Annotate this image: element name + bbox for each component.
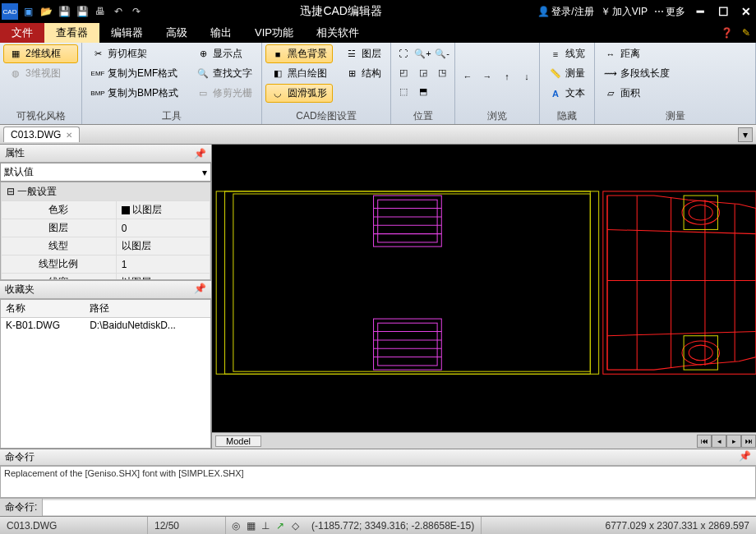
prop-row[interactable]: 线型以图层 xyxy=(2,237,210,255)
fav-col-name[interactable]: 名称 xyxy=(1,300,85,318)
tab-first-icon[interactable]: ⏮ xyxy=(697,435,712,448)
bwdraw-button[interactable]: ◧黑白绘图 xyxy=(265,64,333,83)
menu-editor[interactable]: 编辑器 xyxy=(99,23,154,43)
menu-related[interactable]: 相关软件 xyxy=(305,23,371,43)
more-button[interactable]: ⋯更多 xyxy=(654,5,685,19)
linew-button[interactable]: ≡线宽 xyxy=(543,44,591,63)
zoom-out-icon[interactable]: 🔍- xyxy=(433,44,451,62)
prop-row[interactable]: 线宽以图层 xyxy=(2,274,210,281)
prop-section[interactable]: ⊟ 一般设置 xyxy=(2,183,210,201)
zoom-a-icon[interactable]: ⬚ xyxy=(394,82,413,100)
zoom-fit-icon[interactable]: ⛶ xyxy=(394,44,413,62)
close-tab-icon[interactable]: ✕ xyxy=(66,131,72,140)
arc-button[interactable]: ◡圆滑弧形 xyxy=(265,84,333,103)
ribbon: ▦2维线框 ◍3维视图 可视化风格 ✂剪切框架 EMF复制为EMF格式 BMP复… xyxy=(0,43,756,125)
emf-button[interactable]: EMF复制为EMF格式 xyxy=(85,64,184,83)
prop-row[interactable]: 色彩 以图层 xyxy=(2,201,210,219)
tab-last-icon[interactable]: ⏭ xyxy=(741,435,756,448)
property-grid[interactable]: ⊟ 一般设置 色彩 以图层 图层0 线型以图层 线型比例1 线宽以图层 xyxy=(0,182,211,280)
layer-icon: ☱ xyxy=(345,48,358,61)
trimhl-button[interactable]: ▭修剪光栅 xyxy=(191,84,258,103)
findtxt-button[interactable]: 🔍查找文字 xyxy=(191,64,258,83)
save-icon[interactable]: 💾 xyxy=(56,3,72,20)
ortho-icon[interactable]: ⊥ xyxy=(259,519,272,532)
group-label: 可视化风格 xyxy=(3,108,78,124)
doc-tab-label: C013.DWG xyxy=(11,129,61,140)
tab-prev-icon[interactable]: ◂ xyxy=(712,435,726,448)
struct-button[interactable]: ⊞结构 xyxy=(339,64,387,83)
close-icon[interactable]: ✕ xyxy=(738,3,754,20)
zoom-b-icon[interactable]: ⬒ xyxy=(414,82,432,100)
zoom-p-icon[interactable]: ◲ xyxy=(414,63,432,81)
open-icon[interactable]: 📂 xyxy=(38,3,54,20)
left-panel: 属性 📌 默认值 ▾ ⊟ 一般设置 色彩 以图层 图层0 线型以图层 线型比例1… xyxy=(0,145,212,449)
polar-icon[interactable]: ↗ xyxy=(274,519,287,532)
emf-icon: EMF xyxy=(91,67,104,81)
status-icons: ◎ ▦ ⊥ ↗ ◇ xyxy=(226,519,305,532)
nav-left-icon[interactable]: ← xyxy=(459,67,477,85)
highlight-icon[interactable]: ✎ xyxy=(736,23,756,43)
titlebar-right: 👤登录/注册 ￥加入VIP ⋯更多 ━ ☐ ✕ xyxy=(537,3,754,20)
prop-row[interactable]: 线型比例1 xyxy=(2,255,210,274)
grid-icon[interactable]: ▦ xyxy=(244,519,257,532)
prop-row[interactable]: 图层0 xyxy=(2,219,210,237)
group-label: CAD绘图设置 xyxy=(265,108,387,124)
vip-button[interactable]: ￥加入VIP xyxy=(601,5,648,19)
nav-right-icon[interactable]: → xyxy=(478,67,496,85)
pin-icon[interactable]: 📌 xyxy=(739,450,751,464)
area-button[interactable]: ▱面积 xyxy=(598,84,752,103)
group-label: 工具 xyxy=(85,108,258,124)
tabs-menu-icon[interactable]: ▾ xyxy=(738,127,753,142)
favorites-list[interactable]: 名称路径 K-B01.DWGD:\BaiduNetdiskD... xyxy=(0,299,211,449)
group-label: 浏览 xyxy=(459,108,536,124)
nav-up-icon[interactable]: ↑ xyxy=(498,67,516,85)
measure-button[interactable]: 📏测量 xyxy=(543,64,591,83)
layer-button[interactable]: ☱图层 xyxy=(339,44,387,63)
showpt-button[interactable]: ⊕显示点 xyxy=(191,44,258,63)
menu-advanced[interactable]: 高级 xyxy=(154,23,199,43)
menu-output[interactable]: 输出 xyxy=(199,23,243,43)
fav-col-path[interactable]: 路径 xyxy=(85,300,210,318)
command-log[interactable]: Replacement of the [Geniso.SHX] font wit… xyxy=(0,466,756,498)
redo-icon[interactable]: ↷ xyxy=(128,3,145,20)
osnap-icon[interactable]: ◇ xyxy=(288,519,302,532)
menu-vip[interactable]: VIP功能 xyxy=(243,23,305,43)
nav-down-icon[interactable]: ↓ xyxy=(518,67,536,85)
default-combo[interactable]: 默认值 ▾ xyxy=(0,163,211,182)
tab-next-icon[interactable]: ▸ xyxy=(726,435,741,448)
zoom-in-icon[interactable]: 🔍+ xyxy=(414,44,432,62)
canvas-zone: _ ▢ ✕ xyxy=(212,145,756,449)
new-icon[interactable]: ▣ xyxy=(20,3,36,20)
polylen-button[interactable]: ⟿多段线长度 xyxy=(598,64,752,83)
print-icon[interactable]: 🖶 xyxy=(92,3,108,20)
maximize-icon[interactable]: ☐ xyxy=(715,3,731,20)
menu-viewer[interactable]: 查看器 xyxy=(44,23,99,43)
login-button[interactable]: 👤登录/注册 xyxy=(537,5,593,19)
pin-icon[interactable]: 📌 xyxy=(194,148,206,159)
zoom-e-icon[interactable]: ◳ xyxy=(433,63,451,81)
menu-file[interactable]: 文件 xyxy=(0,23,44,43)
svg-rect-0 xyxy=(212,145,756,425)
zoom-w-icon[interactable]: ◰ xyxy=(394,63,413,81)
pin-icon[interactable]: 📌 xyxy=(194,283,206,297)
wire2d-button[interactable]: ▦2维线框 xyxy=(3,44,78,63)
clip-button[interactable]: ✂剪切框架 xyxy=(85,44,184,63)
help-icon[interactable]: ❓ xyxy=(717,23,736,43)
wire3d-button[interactable]: ◍3维视图 xyxy=(3,64,78,83)
bmp-button[interactable]: BMP复制为BMP格式 xyxy=(85,84,184,103)
undo-icon[interactable]: ↶ xyxy=(110,3,127,20)
snap-icon[interactable]: ◎ xyxy=(229,519,242,532)
saveall-icon[interactable]: 💾 xyxy=(74,3,90,20)
drawing-canvas[interactable]: _ ▢ ✕ xyxy=(212,145,756,432)
minimize-icon[interactable]: ━ xyxy=(692,3,708,20)
fav-row[interactable]: K-B01.DWGD:\BaiduNetdiskD... xyxy=(1,318,210,334)
combo-value: 默认值 xyxy=(4,165,34,179)
blackbg-button[interactable]: ■黑色背景 xyxy=(265,44,333,63)
bw-icon: ◧ xyxy=(271,67,284,81)
yen-icon: ￥ xyxy=(601,5,611,19)
dist-button[interactable]: ↔距离 xyxy=(598,44,752,63)
model-tab[interactable]: Model xyxy=(215,435,261,447)
text-button[interactable]: A文本 xyxy=(543,84,591,103)
doc-tab[interactable]: C013.DWG ✕ xyxy=(3,127,80,142)
command-input[interactable] xyxy=(43,500,756,515)
